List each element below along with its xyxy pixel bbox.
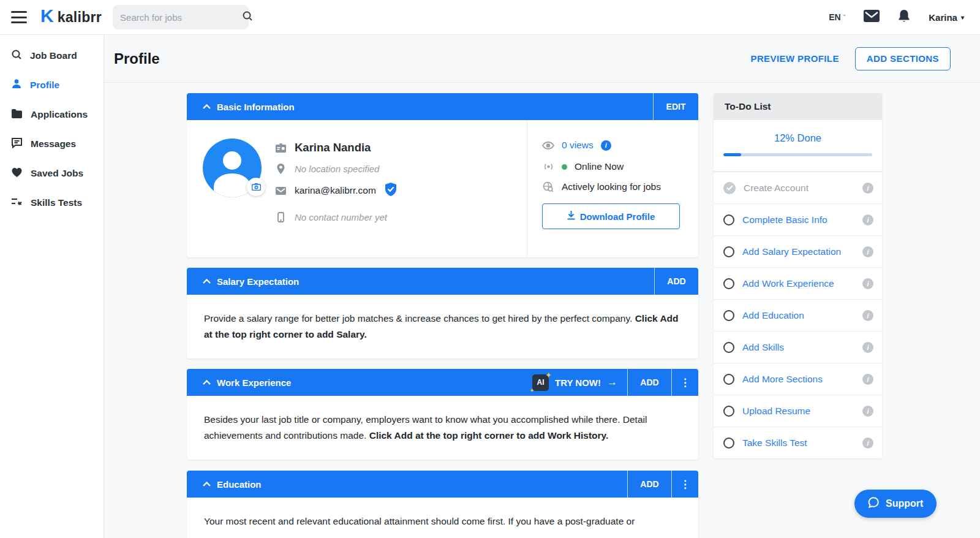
sidebar-item-saved-jobs[interactable]: Saved Jobs xyxy=(0,159,104,188)
kalibrr-logo[interactable]: K kalibrr xyxy=(40,8,102,26)
todo-progress-bar xyxy=(723,153,872,156)
sidebar-item-applications[interactable]: Applications xyxy=(0,100,104,129)
name-row: Karina Nandia xyxy=(275,141,397,154)
download-profile-button[interactable]: Download Profile xyxy=(542,203,680,229)
basic-info-stats: 0 views i Online Now xyxy=(527,120,698,257)
chat-icon xyxy=(11,137,23,151)
salary-expectation-header: Salary Expectation ADD xyxy=(187,268,698,295)
job-seeking-status-row: Actively looking for jobs xyxy=(542,181,698,192)
support-chat-icon xyxy=(868,497,880,510)
id-badge-icon xyxy=(275,143,286,153)
hamburger-menu-icon[interactable] xyxy=(11,11,27,23)
todo-item-add-work-experience[interactable]: Add Work Experience i xyxy=(714,267,882,299)
job-seeking-status: Actively looking for jobs xyxy=(562,181,661,192)
radio-circle-icon xyxy=(723,246,734,257)
progress-percent-label: 12% Done xyxy=(723,132,872,144)
page-header: Profile PREVIEW PROFILE ADD SECTIONS xyxy=(104,35,980,83)
sidebar-item-messages[interactable]: Messages xyxy=(0,129,104,159)
eye-icon xyxy=(542,142,554,150)
info-icon[interactable]: i xyxy=(862,406,873,417)
radio-circle-icon xyxy=(723,214,734,225)
search-input[interactable] xyxy=(120,12,242,23)
radio-circle-icon xyxy=(723,342,734,353)
support-button[interactable]: Support xyxy=(854,490,937,518)
info-icon[interactable]: i xyxy=(862,183,873,194)
basic-information-card: Basic Information EDIT xyxy=(187,93,698,257)
info-icon[interactable]: i xyxy=(862,246,873,257)
phone-row: No contact number yet xyxy=(275,212,397,222)
check-circle-icon xyxy=(723,182,736,194)
messages-envelope-icon[interactable] xyxy=(864,10,880,25)
info-icon[interactable]: i xyxy=(862,374,873,385)
profile-email: karina@kalibrr.com xyxy=(295,185,376,196)
folder-icon xyxy=(11,108,23,121)
work-experience-menu-icon[interactable]: ⋮ xyxy=(671,369,698,396)
work-experience-card: Work Experience AI✦✦ TRY NOW! → ADD ⋮ Be… xyxy=(187,369,698,460)
add-work-experience-button[interactable]: ADD xyxy=(627,369,671,396)
heart-icon xyxy=(11,167,23,180)
collapse-chevron-icon[interactable] xyxy=(203,380,211,385)
job-search-box[interactable] xyxy=(113,5,249,29)
todo-item-create-account[interactable]: Create Account i xyxy=(714,172,882,203)
views-info-icon[interactable]: i xyxy=(601,140,611,151)
verified-shield-icon xyxy=(385,183,397,199)
info-icon[interactable]: i xyxy=(862,342,873,353)
change-photo-camera-button[interactable] xyxy=(247,178,265,196)
todo-item-add-education[interactable]: Add Education i xyxy=(714,299,882,331)
email-row: karina@kalibrr.com xyxy=(275,183,397,199)
work-experience-header: Work Experience AI✦✦ TRY NOW! → ADD ⋮ xyxy=(187,369,698,396)
language-selector[interactable]: ENˇ xyxy=(829,12,845,22)
todo-item-add-salary-expectation[interactable]: Add Salary Expectation i xyxy=(714,235,882,267)
todo-progress-fill xyxy=(723,153,741,156)
profile-phone: No contact number yet xyxy=(295,212,387,222)
todo-item-complete-basic-info[interactable]: Complete Basic Info i xyxy=(714,203,882,235)
ai-try-now-button[interactable]: AI✦✦ TRY NOW! → xyxy=(532,374,627,391)
edit-basic-info-button[interactable]: EDIT xyxy=(653,93,698,120)
collapse-chevron-icon[interactable] xyxy=(203,104,211,109)
add-education-button[interactable]: ADD xyxy=(627,471,671,498)
info-icon[interactable]: i xyxy=(862,438,873,449)
add-salary-button[interactable]: ADD xyxy=(654,268,698,295)
basic-information-header: Basic Information EDIT xyxy=(187,93,698,120)
sidebar-item-skills-tests[interactable]: Skills Tests xyxy=(0,188,104,218)
info-icon[interactable]: i xyxy=(862,214,873,225)
user-account-menu[interactable]: Karina▾ xyxy=(929,12,964,23)
sidebar-item-profile[interactable]: Profile xyxy=(0,70,104,100)
info-icon[interactable]: i xyxy=(862,278,873,289)
kalibrr-profile-page: K kalibrr ENˇ Kar xyxy=(0,0,980,538)
person-icon xyxy=(11,78,22,92)
collapse-chevron-icon[interactable] xyxy=(203,279,211,284)
radio-circle-icon xyxy=(723,374,734,385)
education-menu-icon[interactable]: ⋮ xyxy=(671,471,698,498)
todo-item-add-more-sections[interactable]: Add More Sections i xyxy=(714,363,882,395)
collapse-chevron-icon[interactable] xyxy=(203,482,211,487)
salary-expectation-card: Salary Expectation ADD Provide a salary … xyxy=(187,268,698,358)
todo-item-add-skills[interactable]: Add Skills i xyxy=(714,331,882,363)
radio-circle-icon xyxy=(723,310,734,321)
notifications-bell-icon[interactable] xyxy=(898,9,910,25)
search-icon xyxy=(11,49,22,63)
work-experience-description: Besides your last job title or company, … xyxy=(187,396,698,460)
info-icon[interactable]: i xyxy=(862,310,873,321)
profile-name: Karina Nandia xyxy=(295,141,371,154)
profile-location: No location specified xyxy=(295,164,379,174)
education-header: Education ADD ⋮ xyxy=(187,471,698,498)
sidebar-item-job-board[interactable]: Job Board xyxy=(0,41,104,70)
top-navigation-bar: K kalibrr ENˇ Kar xyxy=(0,0,980,35)
location-row: No location specified xyxy=(275,164,397,174)
email-envelope-icon xyxy=(275,187,286,195)
arrow-right-icon: → xyxy=(607,376,617,388)
education-card: Education ADD ⋮ Your most recent and rel… xyxy=(187,471,698,538)
globe-search-icon xyxy=(542,181,554,192)
chevron-down-icon: ˇ xyxy=(843,13,846,21)
work-cta-text: Click Add at the top right corner to add… xyxy=(369,430,609,441)
search-icon[interactable] xyxy=(242,10,253,24)
online-green-dot xyxy=(562,164,567,170)
ai-sparkle-icon: AI✦✦ xyxy=(532,374,549,391)
broadcast-icon xyxy=(542,162,554,172)
radio-circle-icon xyxy=(723,406,734,417)
preview-profile-link[interactable]: PREVIEW PROFILE xyxy=(750,53,839,64)
todo-item-upload-resume[interactable]: Upload Resume i xyxy=(714,395,882,426)
add-sections-button[interactable]: ADD SECTIONS xyxy=(855,47,951,70)
todo-item-take-skills-test[interactable]: Take Skills Test i xyxy=(714,426,882,458)
